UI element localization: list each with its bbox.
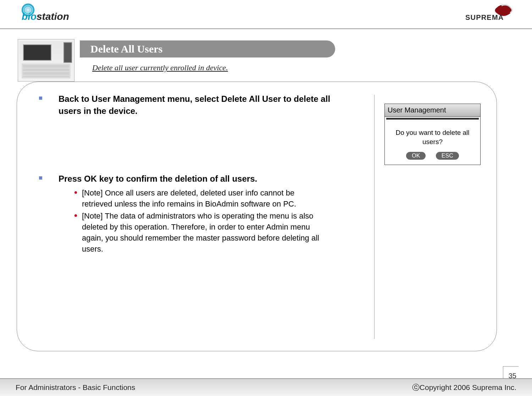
- bullet-dot-icon: [74, 191, 77, 194]
- svg-text:SUPREMA: SUPREMA: [465, 13, 504, 21]
- top-bar: biostation SUPREMA: [0, 3, 532, 28]
- sub-bullet-text: [Note] Once all users are deleted, delet…: [82, 188, 327, 210]
- bullet-item: Press OK key to confirm the deletion of …: [39, 173, 344, 185]
- page-subtitle: Delete all user currently enrolled in de…: [92, 63, 228, 72]
- bullet-dot-icon: [74, 214, 77, 217]
- sub-bullet-item: [Note] Once all users are deleted, delet…: [74, 188, 344, 210]
- ok-button[interactable]: OK: [406, 152, 426, 160]
- screen-message: Do you want to delete all users?: [385, 120, 480, 152]
- bullet-text: Back to User Management menu, select Del…: [59, 93, 344, 117]
- svg-text:biostation: biostation: [22, 11, 69, 22]
- body-content: Back to User Management menu, select Del…: [39, 93, 344, 256]
- device-screen-mock: User Management Do you want to delete al…: [384, 104, 481, 165]
- bullet-text: Press OK key to confirm the deletion of …: [59, 173, 257, 185]
- footer-left: For Administrators - Basic Functions: [16, 383, 135, 392]
- screen-title: User Management: [385, 104, 480, 117]
- bullet-square-icon: [39, 97, 42, 100]
- sub-bullet-text: [Note] The data of administrators who is…: [82, 211, 327, 254]
- bullet-item: Back to User Management menu, select Del…: [39, 93, 344, 117]
- biostation-logo: biostation: [20, 3, 80, 24]
- sub-bullet-item: [Note] The data of administrators who is…: [74, 211, 344, 254]
- page-title-text: Delete All Users: [90, 43, 162, 55]
- device-thumbnail: [18, 39, 74, 82]
- vertical-divider: [374, 95, 375, 339]
- footer-right: ⓒCopyright 2006 Suprema Inc.: [412, 383, 516, 392]
- page-title: Delete All Users: [80, 40, 335, 57]
- suprema-logo: SUPREMA: [465, 3, 518, 23]
- esc-button[interactable]: ESC: [436, 152, 459, 160]
- bullet-square-icon: [39, 176, 42, 180]
- footer: For Administrators - Basic Functions ⓒCo…: [0, 378, 532, 396]
- divider: [0, 28, 532, 29]
